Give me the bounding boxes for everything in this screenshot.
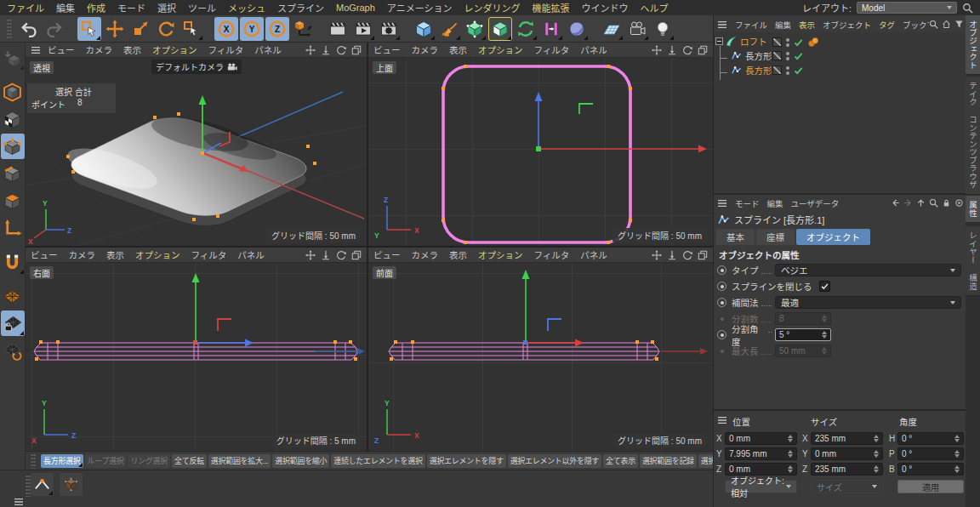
vp-menu-view[interactable]: ビュー bbox=[373, 43, 401, 56]
object-row-rectangle-1[interactable]: 長方形.1 bbox=[714, 63, 966, 77]
render-picture-viewer-button[interactable] bbox=[351, 17, 375, 41]
rotate-view-icon[interactable] bbox=[682, 45, 692, 55]
vp-menu-panel[interactable]: パネル bbox=[580, 248, 607, 261]
toolbar-drag-handle[interactable] bbox=[31, 453, 36, 469]
vp-menu-panel[interactable]: パネル bbox=[237, 248, 265, 261]
viewport-perspective-canvas[interactable]: 透視 デフォルトカメラ 選択 合計 ポイント8 bbox=[26, 58, 367, 246]
coordinates-menu-icon[interactable] bbox=[717, 416, 727, 424]
target-icon[interactable] bbox=[954, 198, 964, 208]
snap-button[interactable] bbox=[1, 249, 25, 275]
menu-window[interactable]: ウインドウ bbox=[581, 1, 628, 14]
tab-basic[interactable]: 基本 bbox=[716, 229, 755, 245]
vp-menu-camera[interactable]: カメラ bbox=[69, 248, 96, 261]
menu-tools[interactable]: ツール bbox=[188, 1, 216, 14]
menu-edit[interactable]: 編集 bbox=[56, 1, 75, 14]
position-y-field[interactable]: 7.995 mm bbox=[725, 447, 797, 460]
subdivision-surface-button[interactable] bbox=[463, 17, 487, 41]
vp-menu-view[interactable]: ビュー bbox=[373, 248, 401, 261]
object-row-rectangle[interactable]: 長方形 bbox=[714, 48, 966, 63]
axis-mode-button[interactable] bbox=[1, 215, 25, 241]
visibility-dots-icon[interactable] bbox=[786, 66, 789, 75]
ring-selection-button[interactable]: リング選択 bbox=[128, 454, 170, 468]
y-axis-lock-button[interactable]: Y bbox=[240, 17, 264, 41]
forward-icon[interactable] bbox=[903, 198, 913, 208]
vp-menu-options[interactable]: オプション bbox=[478, 43, 523, 56]
deformer-button[interactable] bbox=[565, 17, 589, 41]
apply-button[interactable]: 適用 bbox=[897, 480, 964, 493]
symmetry-button[interactable] bbox=[539, 17, 563, 41]
camera-label[interactable]: デフォルトカメラ bbox=[151, 60, 242, 74]
tab-attributes[interactable]: 属性 bbox=[966, 196, 980, 223]
vp-menu-display[interactable]: 表示 bbox=[449, 248, 467, 261]
lock-icon[interactable] bbox=[942, 198, 951, 208]
menu-create[interactable]: 作成 bbox=[87, 1, 105, 14]
maximize-view-icon[interactable] bbox=[698, 45, 708, 55]
menu-mode[interactable]: モード bbox=[117, 1, 145, 14]
vp-menu-options[interactable]: オプション bbox=[152, 43, 197, 56]
am-menu-mode[interactable]: モード bbox=[735, 197, 760, 209]
filter-icon[interactable] bbox=[954, 20, 964, 29]
enabled-check-icon[interactable] bbox=[794, 38, 803, 47]
menu-mograph[interactable]: MoGraph bbox=[336, 3, 375, 13]
search-icon[interactable] bbox=[929, 198, 938, 208]
size-mode-dropdown[interactable]: サイズ bbox=[811, 480, 883, 493]
hide-unselected-button[interactable]: 選択エレメント以外を隠す bbox=[508, 454, 601, 468]
camera-button[interactable] bbox=[625, 17, 649, 41]
vp-menu-camera[interactable]: カメラ bbox=[412, 248, 439, 261]
redo-button[interactable] bbox=[43, 17, 66, 41]
undo-button[interactable] bbox=[17, 17, 41, 41]
attribute-manager-menu-icon[interactable] bbox=[717, 199, 727, 208]
render-view-button[interactable] bbox=[326, 17, 350, 41]
viewport-menu-icon[interactable] bbox=[31, 46, 41, 54]
coordinate-system-button[interactable] bbox=[291, 17, 315, 41]
rotate-workplane-button[interactable] bbox=[1, 338, 25, 363]
primitive-cube-button[interactable] bbox=[412, 17, 436, 41]
tab-structure[interactable]: 構造 bbox=[966, 269, 980, 296]
vp-menu-view[interactable]: ビュー bbox=[31, 248, 58, 261]
rotate-view-icon[interactable] bbox=[336, 250, 346, 260]
menu-spline[interactable]: スプライン bbox=[277, 1, 324, 14]
tab-object[interactable]: オブジェクト bbox=[796, 229, 870, 245]
collapse-icon[interactable] bbox=[715, 37, 723, 45]
modifier-button[interactable] bbox=[514, 17, 538, 41]
lock-workplane-button[interactable] bbox=[1, 310, 25, 336]
menu-render[interactable]: レンダリング bbox=[464, 1, 520, 14]
pan-view-icon[interactable] bbox=[305, 250, 316, 260]
loop-selection-button[interactable]: ループ選択 bbox=[85, 454, 127, 468]
om-menu-edit[interactable]: 編集 bbox=[775, 19, 791, 31]
interpolation-dropdown[interactable]: 最適 bbox=[775, 296, 961, 309]
menu-animation[interactable]: アニメーション bbox=[387, 1, 453, 14]
vp-menu-options[interactable]: オプション bbox=[135, 248, 180, 261]
size-z-field[interactable]: 235 mm bbox=[811, 463, 883, 476]
pan-view-icon[interactable] bbox=[652, 250, 662, 260]
om-menu-view[interactable]: 表示 bbox=[799, 19, 815, 31]
material-manager-menu-icon[interactable] bbox=[14, 498, 24, 506]
am-menu-edit[interactable]: 編集 bbox=[767, 197, 783, 209]
modeling-object-button[interactable] bbox=[60, 473, 83, 496]
unhide-all-button[interactable]: 全て表示 bbox=[603, 454, 638, 468]
dolly-view-icon[interactable] bbox=[321, 45, 331, 55]
object-row-loft[interactable]: ロフト bbox=[714, 34, 966, 48]
search-icon[interactable] bbox=[962, 3, 973, 14]
menu-help[interactable]: ヘルプ bbox=[640, 1, 668, 14]
vp-menu-filter[interactable]: フィルタ bbox=[534, 43, 570, 56]
vp-menu-filter[interactable]: フィルタ bbox=[208, 43, 244, 56]
keyframe-dot-icon[interactable] bbox=[717, 298, 726, 307]
phong-tag-icon[interactable] bbox=[807, 37, 819, 48]
vp-menu-display[interactable]: 表示 bbox=[449, 43, 467, 56]
convert-selection-button[interactable]: 選択範囲を変換 bbox=[698, 454, 713, 468]
layer-toggle-icon[interactable] bbox=[772, 51, 782, 60]
rotation-b-field[interactable]: 0 ° bbox=[897, 463, 964, 476]
floor-button[interactable] bbox=[600, 17, 624, 41]
hide-selected-button[interactable]: 選択エレメントを隠す bbox=[427, 454, 506, 468]
layer-toggle-icon[interactable] bbox=[772, 66, 782, 75]
vp-menu-view[interactable]: ビュー bbox=[48, 43, 75, 56]
pan-view-icon[interactable] bbox=[305, 45, 316, 55]
rotate-tool[interactable] bbox=[154, 17, 178, 41]
am-menu-userdata[interactable]: ユーザデータ bbox=[791, 197, 840, 209]
make-editable-button[interactable] bbox=[1, 45, 25, 71]
render-settings-button[interactable] bbox=[377, 17, 401, 41]
vp-menu-filter[interactable]: フィルタ bbox=[534, 248, 570, 261]
invert-all-button[interactable]: 全て反転 bbox=[172, 454, 207, 468]
maximize-view-icon[interactable] bbox=[698, 250, 708, 260]
